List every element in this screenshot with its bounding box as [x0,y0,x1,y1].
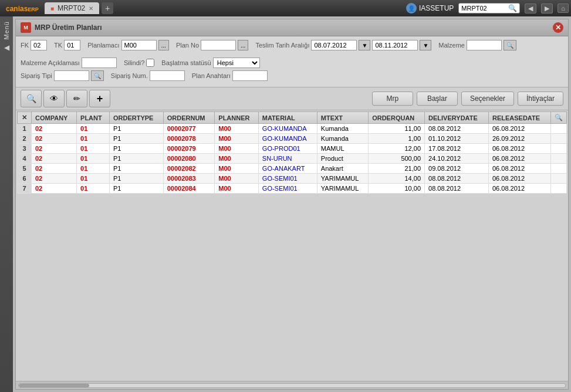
active-tab[interactable]: ■ MRPT02 ✕ [45,2,99,14]
form-title-text: MRP Üretim Planları [35,23,102,32]
cell-ordernum[interactable]: 00002083 [163,174,215,184]
siparis-tipi-input[interactable] [54,70,89,81]
fields-row-1: FK TK Planlamacı ... Plan No [21,40,563,68]
col-header-deliverydate[interactable]: DELIVERYDATE [425,112,489,124]
col-header-company[interactable]: COMPANY [32,112,77,124]
siparis-num-input[interactable] [150,70,185,81]
nav-back-button[interactable]: ◀ [525,4,536,13]
nav-forward-button[interactable]: ▶ [541,4,553,13]
baslama-select[interactable]: Hepsi [213,58,260,68]
tk-field-group: TK [54,40,80,50]
silindi-checkbox[interactable] [146,59,154,67]
cell-orderquan: 21,00 [369,164,425,174]
cell-material[interactable]: GO-SEMI01 [258,184,317,194]
col-header-ordertype[interactable]: ORDERTYPE [109,112,163,124]
horizontal-scrollbar[interactable] [16,381,568,389]
data-table: ✕ COMPANY PLANT ORDERTYPE ORDERNUM PLANN… [17,111,567,194]
ihtiyaclar-button[interactable]: İhtiyaçlar [518,92,563,106]
cell-ordertype: P1 [109,124,163,134]
cell-releasedate: 06.08.2012 [488,164,550,174]
teslimat-from-input[interactable] [311,40,357,50]
fields-row-2: Sipariş Tipi 🔍 Sipariş Num. Plan Anahtar… [21,70,563,81]
plan-anahtar-input[interactable] [232,70,268,81]
cell-company: 02 [32,164,77,174]
planlamaci-search-btn[interactable]: ... [158,40,169,50]
cell-ordertype: P1 [109,154,163,164]
malzeme-acik-input[interactable] [82,58,117,68]
hscroll-thumb[interactable] [19,384,89,387]
row-num: 5 [18,164,32,174]
cell-ordernum[interactable]: 00002082 [163,164,215,174]
cell-ordernum[interactable]: 00002080 [163,154,215,164]
table-row[interactable]: 3 02 01 P1 00002079 M00 GO-PROD01 MAMUL … [18,144,567,154]
add-tool-button[interactable]: + [89,90,110,107]
col-header-search[interactable]: 🔍 [551,112,567,124]
fk-input[interactable] [31,40,47,50]
col-header-ordernum[interactable]: ORDERNUM [163,112,215,124]
nav-home-button[interactable]: ⌂ [558,4,569,13]
malzeme-search-btn[interactable]: 🔍 [504,40,516,50]
plan-no-search-btn[interactable]: ... [238,40,248,50]
cell-material[interactable]: GO-KUMANDA [258,124,317,134]
teslimat-to-input[interactable] [372,40,418,50]
left-menu: Menü ◀ [0,16,13,392]
fk-field-group: FK [21,40,47,50]
table-header-row: ✕ COMPANY PLANT ORDERTYPE ORDERNUM PLANN… [18,112,567,124]
table-row[interactable]: 5 02 01 P1 00002082 M00 GO-ANAKART Anaka… [18,164,567,174]
cell-material[interactable]: SN-URUN [258,154,317,164]
search-tool-button[interactable]: 🔍 [21,90,42,107]
baslar-button[interactable]: Başlar [417,92,458,106]
cell-material[interactable]: GO-ANAKART [258,164,317,174]
mrp-button[interactable]: Mrp [372,92,413,106]
tk-input[interactable] [64,40,80,50]
cell-deliverydate: 09.08.2012 [425,164,489,174]
global-search-box[interactable]: 🔍 [458,3,520,13]
tab-close-icon[interactable]: ✕ [89,5,93,12]
menu-arrow[interactable]: ◀ [3,42,11,53]
hscroll-track[interactable] [18,383,566,388]
cell-company: 02 [32,144,77,154]
siparis-tipi-search-btn[interactable]: 🔍 [91,70,104,81]
view-tool-button[interactable]: 👁 [43,90,65,107]
col-header-material[interactable]: MATERIAL [258,112,317,124]
edit-tool-button[interactable]: ✏ [66,90,87,107]
table-row[interactable]: 2 02 01 P1 00002078 M00 GO-KUMANDA Kuman… [18,134,567,144]
add-tab-button[interactable]: + [102,2,113,14]
teslimat-to-cal-btn[interactable]: ▼ [420,40,431,50]
cell-planner: M00 [215,184,259,194]
form-close-button[interactable]: ✕ [553,22,563,33]
col-header-plant[interactable]: PLANT [77,112,110,124]
cell-ordernum[interactable]: 00002084 [163,184,215,194]
cell-planner: M00 [215,164,259,174]
col-header-releasedate[interactable]: RELEASEDATE [488,112,550,124]
cell-material[interactable]: GO-PROD01 [258,144,317,154]
col-header-orderquan[interactable]: ORDERQUAN [369,112,425,124]
col-header-planner[interactable]: PLANNER [215,112,259,124]
cell-material[interactable]: GO-SEMI01 [258,174,317,184]
cell-ordernum[interactable]: 00002079 [163,144,215,154]
teslimat-from-cal-btn[interactable]: ▼ [359,40,370,50]
cell-mtext: YARIMAMUL [317,174,368,184]
table-row[interactable]: 4 02 01 P1 00002080 M00 SN-URUN Product … [18,154,567,164]
cell-company: 02 [32,134,77,144]
table-row[interactable]: 7 02 01 P1 00002084 M00 GO-SEMI01 YARIMA… [18,184,567,194]
siparis-num-field-group: Sipariş Num. [111,70,185,81]
cell-ordernum[interactable]: 00002078 [163,134,215,144]
table-row[interactable]: 6 02 01 P1 00002083 M00 GO-SEMI01 YARIMA… [18,174,567,184]
cell-material[interactable]: GO-KUMANDA [258,134,317,144]
planlamaci-label: Planlamacı [87,42,119,49]
malzeme-acik-field-group: Malzeme Açıklaması [21,58,117,68]
cell-mtext: MAMUL [317,144,368,154]
planlamaci-input[interactable] [121,40,157,50]
table-row[interactable]: 1 02 01 P1 00002077 M00 GO-KUMANDA Kuman… [18,124,567,134]
col-header-mtext[interactable]: MTEXT [317,112,368,124]
cell-ordernum[interactable]: 00002077 [163,124,215,134]
plan-no-input[interactable] [201,40,236,50]
malzeme-input[interactable] [467,40,502,50]
global-search-icon[interactable]: 🔍 [508,4,517,12]
table-container[interactable]: ✕ COMPANY PLANT ORDERTYPE ORDERNUM PLANN… [16,110,568,381]
tab-icon: ■ [50,5,54,12]
baslama-field-group: Başlatma statüsü Hepsi [161,58,259,68]
secenekler-button[interactable]: Seçenekler [461,92,514,106]
global-search-input[interactable] [461,5,508,12]
